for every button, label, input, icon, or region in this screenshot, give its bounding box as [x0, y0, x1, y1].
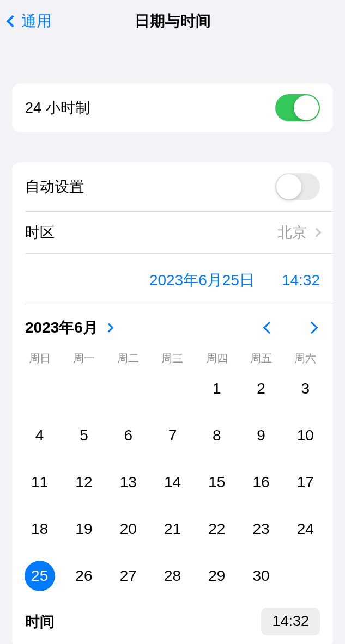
calendar-day[interactable]: 3: [283, 373, 328, 404]
page-title: 日期与时间: [135, 11, 211, 32]
time-row: 时间 14:32: [12, 597, 333, 644]
hour24-section: 24 小时制: [12, 83, 333, 132]
calendar-day[interactable]: 1: [195, 373, 239, 404]
calendar-day[interactable]: 23: [239, 514, 283, 544]
calendar-day[interactable]: 13: [106, 467, 150, 498]
calendar-day[interactable]: 24: [283, 514, 328, 544]
calendar-day[interactable]: 2: [239, 373, 283, 404]
month-selector[interactable]: 2023年6月: [25, 317, 112, 338]
calendar-day[interactable]: 6: [106, 420, 150, 451]
calendar-day-empty: [106, 373, 150, 404]
weekday-label: 周二: [106, 351, 150, 366]
calendar-day-empty: [17, 373, 62, 404]
header: 通用 日期与时间: [0, 0, 345, 40]
weekday-label: 周日: [17, 351, 62, 366]
calendar-day[interactable]: 10: [283, 420, 328, 451]
hour24-toggle[interactable]: [275, 94, 320, 121]
back-button[interactable]: 通用: [8, 11, 52, 32]
calendar-day[interactable]: 19: [62, 514, 106, 544]
calendar-grid: 1234567891011121314151617181920212223242…: [12, 373, 333, 597]
calendar-day[interactable]: 27: [106, 561, 150, 591]
calendar-day[interactable]: 25: [17, 561, 62, 591]
toggle-knob: [276, 174, 301, 199]
calendar-day[interactable]: 29: [195, 561, 239, 591]
timezone-value: 北京: [277, 223, 307, 242]
auto-row: 自动设置: [12, 162, 333, 211]
calendar-header: 2023年6月: [12, 304, 333, 347]
selected-time-text[interactable]: 14:32: [282, 272, 320, 289]
calendar-day[interactable]: 26: [62, 561, 106, 591]
calendar-day[interactable]: 15: [195, 467, 239, 498]
calendar-day[interactable]: 20: [106, 514, 150, 544]
timezone-row[interactable]: 时区 北京: [12, 212, 333, 253]
calendar-day-empty: [150, 373, 195, 404]
selected-date-text[interactable]: 2023年6月25日: [149, 270, 255, 291]
calendar-day-empty: [62, 373, 106, 404]
calendar-day[interactable]: 28: [150, 561, 195, 591]
calendar-day[interactable]: 22: [195, 514, 239, 544]
hour24-row: 24 小时制: [12, 83, 333, 132]
hour24-label: 24 小时制: [25, 98, 90, 118]
calendar-day[interactable]: 4: [17, 420, 62, 451]
timezone-value-container: 北京: [277, 223, 320, 242]
calendar-day[interactable]: 8: [195, 420, 239, 451]
calendar-day[interactable]: 18: [17, 514, 62, 544]
chevron-right-icon: [312, 228, 322, 237]
weekday-label: 周五: [239, 351, 283, 366]
next-month-button[interactable]: [304, 320, 320, 336]
auto-toggle[interactable]: [275, 173, 320, 200]
weekday-label: 周四: [195, 351, 239, 366]
weekday-label: 周一: [62, 351, 106, 366]
prev-month-button[interactable]: [261, 320, 277, 336]
month-label: 2023年6月: [25, 317, 98, 338]
chevron-left-icon: [263, 322, 276, 334]
chevron-right-icon: [104, 323, 113, 333]
calendar-day[interactable]: 14: [150, 467, 195, 498]
time-label: 时间: [25, 612, 55, 631]
calendar-day[interactable]: 7: [150, 420, 195, 451]
calendar-day[interactable]: 5: [62, 420, 106, 451]
month-nav: [261, 320, 320, 336]
calendar-day[interactable]: 11: [17, 467, 62, 498]
chevron-right-icon: [306, 322, 318, 334]
weekday-label: 周三: [150, 351, 195, 366]
timezone-label: 时区: [25, 223, 55, 242]
calendar-day[interactable]: 9: [239, 420, 283, 451]
back-label: 通用: [21, 11, 52, 32]
weekday-label: 周六: [283, 351, 328, 366]
calendar-day[interactable]: 16: [239, 467, 283, 498]
calendar-day[interactable]: 30: [239, 561, 283, 591]
calendar-day[interactable]: 17: [283, 467, 328, 498]
time-picker-button[interactable]: 14:32: [261, 608, 320, 635]
calendar-day[interactable]: 21: [150, 514, 195, 544]
datetime-section: 自动设置 时区 北京 2023年6月25日 14:32 2023年6月: [12, 162, 333, 644]
datetime-display-row: 2023年6月25日 14:32: [12, 254, 333, 304]
toggle-knob: [294, 95, 319, 120]
auto-label: 自动设置: [25, 177, 84, 197]
calendar-day[interactable]: 12: [62, 467, 106, 498]
chevron-left-icon: [7, 15, 19, 28]
weekday-header: 周日周一周二周三周四周五周六: [12, 347, 333, 373]
